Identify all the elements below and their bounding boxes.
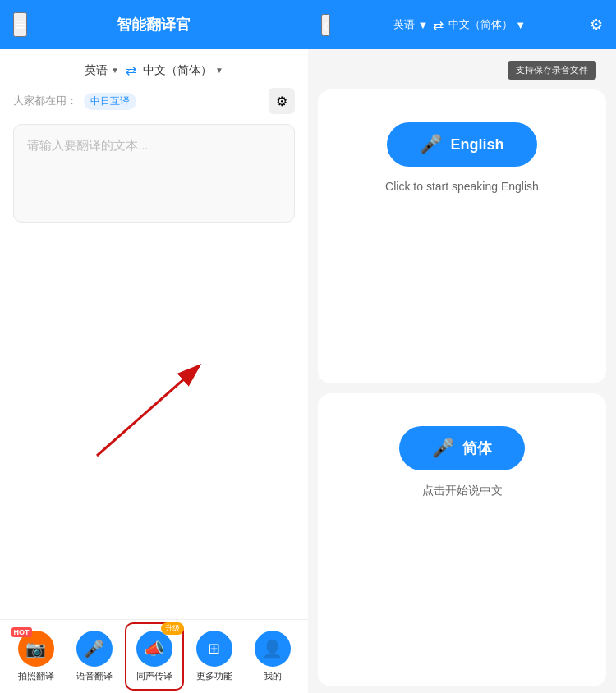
- popular-row: 大家都在用： 中日互译 ⚙: [13, 88, 295, 114]
- voice-icon-circle: 🎤: [76, 631, 113, 667]
- mic-icon-english: 🎤: [420, 134, 442, 155]
- svg-line-1: [97, 365, 200, 456]
- left-header: ≡ 智能翻译官: [0, 0, 308, 49]
- target-lang-button[interactable]: 中文（简体） ▼: [143, 63, 223, 78]
- simultaneous-icon: 📣: [144, 639, 164, 659]
- chinese-speak-button[interactable]: 🎤 简体: [399, 426, 525, 470]
- mic-icon-chinese: 🎤: [432, 438, 454, 459]
- translation-placeholder: 请输入要翻译的文本...: [27, 138, 149, 152]
- popular-label: 大家都在用：: [13, 94, 77, 108]
- nav-item-photo[interactable]: HOT 📷 拍照翻译: [8, 624, 64, 689]
- annotation-area: [13, 223, 295, 606]
- save-recording-toast: 支持保存录音文件: [508, 61, 596, 80]
- language-selector-row: 英语 ▼ ⇄ 中文（简体） ▼: [13, 62, 295, 78]
- right-source-lang-arrow-icon: ▼: [417, 19, 428, 31]
- nav-item-more[interactable]: ⊞ 更多功能: [186, 624, 242, 689]
- back-button[interactable]: ‹: [321, 14, 330, 36]
- swap-lang-icon[interactable]: ⇄: [126, 62, 136, 78]
- right-panel: ‹ 英语 ▼ ⇄ 中文（简体） ▼ ⚙ 支持保存录音文件 🎤 English C…: [308, 0, 616, 693]
- simultaneous-icon-circle: 📣: [136, 631, 172, 667]
- nav-item-simultaneous[interactable]: 升级 📣 同声传译: [125, 622, 184, 691]
- hot-badge: HOT: [11, 627, 32, 637]
- translation-input-area[interactable]: 请输入要翻译的文本...: [13, 124, 295, 223]
- right-swap-icon[interactable]: ⇄: [433, 17, 444, 33]
- app-title: 智能翻译官: [37, 15, 270, 34]
- nav-label-voice: 语音翻译: [76, 670, 113, 682]
- filter-settings-button[interactable]: ⚙: [269, 88, 295, 114]
- upgrade-badge: 升级: [161, 622, 184, 635]
- chinese-voice-card: 🎤 简体 点击开始说中文: [318, 393, 606, 687]
- nav-label-photo: 拍照翻译: [18, 670, 54, 682]
- nav-item-mine[interactable]: 👤 我的: [245, 624, 301, 689]
- red-arrow-annotation: [72, 341, 237, 489]
- more-icon-circle: ⊞: [196, 631, 232, 667]
- left-panel: ≡ 智能翻译官 英语 ▼ ⇄ 中文（简体） ▼ 大家都在用： 中日互译 ⚙ 请输…: [0, 0, 308, 693]
- source-lang-button[interactable]: 英语 ▼: [85, 63, 119, 78]
- settings-gear-icon[interactable]: ⚙: [590, 16, 603, 34]
- menu-button[interactable]: ≡: [13, 12, 27, 37]
- grid-icon: ⊞: [208, 640, 220, 658]
- chinese-voice-hint: 点击开始说中文: [422, 484, 503, 498]
- right-header: ‹ 英语 ▼ ⇄ 中文（简体） ▼ ⚙: [308, 0, 616, 49]
- bottom-navigation: HOT 📷 拍照翻译 🎤 语音翻译 升级 📣 同声传译 ⊞ 更: [0, 619, 308, 693]
- right-target-lang-arrow-icon: ▼: [515, 19, 526, 31]
- right-source-lang-button[interactable]: 英语 ▼: [393, 17, 428, 32]
- nav-item-voice[interactable]: 🎤 语音翻译: [67, 624, 122, 689]
- nav-label-simultaneous: 同声传译: [136, 670, 172, 682]
- popular-tag[interactable]: 中日互译: [84, 93, 136, 110]
- target-lang-arrow-icon: ▼: [215, 66, 223, 75]
- user-icon: 👤: [262, 639, 283, 659]
- right-target-lang-button[interactable]: 中文（简体） ▼: [448, 17, 526, 32]
- left-content: 英语 ▼ ⇄ 中文（简体） ▼ 大家都在用： 中日互译 ⚙ 请输入要翻译的文本.…: [0, 49, 308, 619]
- right-lang-row: 英语 ▼ ⇄ 中文（简体） ▼: [337, 17, 583, 33]
- mine-icon-circle: 👤: [255, 631, 291, 667]
- english-voice-card: 🎤 English Click to start speaking Englis…: [318, 89, 606, 383]
- english-voice-hint: Click to start speaking English: [385, 180, 539, 193]
- camera-icon: 📷: [25, 639, 46, 659]
- english-speak-button[interactable]: 🎤 English: [387, 122, 536, 167]
- mic-nav-icon: 🎤: [84, 639, 104, 659]
- nav-label-mine: 我的: [264, 670, 282, 682]
- source-lang-arrow-icon: ▼: [111, 66, 119, 75]
- nav-label-more: 更多功能: [196, 670, 232, 682]
